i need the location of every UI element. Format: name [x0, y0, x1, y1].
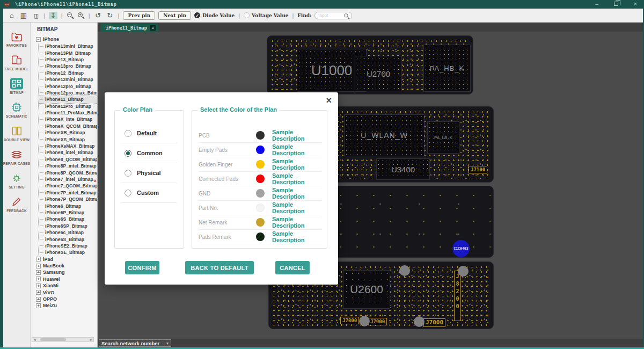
home-icon[interactable]: ⌂	[8, 12, 16, 19]
two-columns-icon[interactable]: ▯▯	[31, 12, 40, 19]
radio-icon[interactable]	[125, 170, 131, 177]
search-icon[interactable]	[344, 13, 350, 19]
radio-selected-icon[interactable]	[125, 150, 131, 157]
rotate-ccw-icon[interactable]: ↺	[94, 12, 103, 19]
sidebar-item-double-view[interactable]: DOUBLE VIEW	[3, 122, 30, 144]
expand-plus-icon[interactable]: +	[36, 277, 41, 281]
sample-description-link[interactable]: Sample Description	[272, 129, 321, 142]
sidebar-item-favorites[interactable]: FAVORITES	[3, 28, 30, 50]
tree-item-iphonese_bitmap[interactable]: iPhoneSE_Bitmap	[39, 249, 97, 256]
tree-item-iphone8_intel_bitmap[interactable]: iPhone8_intel_Bitmap	[39, 149, 97, 156]
tree-item-iphone8p_qcom_bitmap[interactable]: iPhone8P_QCOM_Bitmap	[39, 169, 97, 176]
radio-option-physical[interactable]: Physical	[121, 163, 177, 183]
confirm-button[interactable]: CONFIRM	[125, 261, 159, 274]
tree-item-iphone11_bitmap[interactable]: iPhone11_Bitmap	[39, 96, 97, 103]
search-network-dropdown[interactable]: Search network number ▾	[99, 339, 171, 347]
radio-icon[interactable]	[125, 130, 131, 137]
tree-root-xiaomi[interactable]: +XiaoMi	[31, 282, 97, 289]
tree-item-iphone5c_bitmap[interactable]: iPhone5c_Bitmap	[39, 229, 97, 236]
tree-item-iphone5s_bitmap[interactable]: iPhone5S_Bitmap	[39, 236, 97, 242]
tree-item-iphonex_qcom_bitmap[interactable]: iPhoneX_QCOM_Bitmap	[39, 123, 97, 129]
tree-item-iphone6sp_bitmap[interactable]: iPhone6SP_Bitmap	[39, 223, 97, 229]
scroll-right-icon[interactable]: ►	[89, 338, 93, 341]
tree-root-meizu[interactable]: +MeiZu	[31, 302, 97, 309]
tree-root-vivo[interactable]: +ViVO	[31, 289, 97, 295]
tree-item-iphone8_qcom_bitmap[interactable]: iPhone8_QCOM_Bitmap	[39, 156, 97, 163]
tree-item-iphone7p_intel_bitmap[interactable]: iPhone7P_intel_Bitmap	[39, 190, 97, 196]
sample-description-link[interactable]: Sample Description	[272, 216, 321, 229]
sidebar-item-setting[interactable]: SETTING	[3, 170, 30, 192]
tree-item-iphone7p_qcom_bitmap[interactable]: iPhone7P_QCOM_Bitmap	[39, 196, 97, 202]
sidebar-item-bitmap[interactable]: BITMAP	[3, 75, 30, 97]
tree-item-iphone13pro_bitmap[interactable]: iPhone13pro_Bitmap	[39, 63, 97, 69]
tree-root-macbook[interactable]: +MacBook	[31, 263, 97, 269]
back-to-default-button[interactable]: BACK TO DEFAULT	[185, 261, 254, 274]
component-marker[interactable]: C1C0403	[452, 240, 470, 257]
maximize-icon[interactable]	[613, 2, 619, 7]
tree-item-iphonexs_bitmap[interactable]: iPhoneXS_Bitmap	[39, 136, 97, 142]
color-swatch[interactable]	[256, 146, 265, 154]
expand-plus-icon[interactable]: +	[36, 270, 41, 275]
tree-item-iphone11pro_bitmap[interactable]: iPhone11Pro_Bitmap	[39, 103, 97, 110]
panel-left-icon[interactable]: ▥	[19, 12, 28, 19]
scrollbar-thumb[interactable]	[40, 338, 66, 341]
tree-root-huawei[interactable]: +Huawei	[31, 276, 97, 282]
collapse-minus-icon[interactable]: −	[36, 37, 41, 42]
tree-root-ipad[interactable]: +iPad	[31, 256, 97, 263]
tree-item-iphone11_promax_bitmap[interactable]: iPhone11_ProMax_Bitmap	[39, 110, 97, 116]
tree-item-iphone13_bitmap[interactable]: iPhone13_Bitmap	[39, 56, 97, 63]
sidebar-item-repair-cases[interactable]: REPAIR CASES	[3, 146, 30, 168]
radio-option-custom[interactable]: Custom	[121, 183, 177, 203]
tree-item-iphone12mini_bitmap[interactable]: iPhone12mini_Bitmap	[39, 76, 97, 83]
color-swatch[interactable]	[256, 218, 265, 227]
tree-item-iphone12_bitmap[interactable]: iPhone12_Bitmap	[39, 70, 97, 76]
color-swatch[interactable]	[256, 160, 265, 169]
sidebar-item-feedback[interactable]: FEEDBACK	[3, 193, 30, 215]
color-swatch[interactable]	[256, 174, 265, 183]
tree-item-iphone13mini_bitmap[interactable]: iPhone13mini_Bitmap	[39, 43, 97, 49]
prev-pin-button[interactable]: Prev pin	[123, 11, 155, 20]
radio-option-common[interactable]: Common	[121, 143, 177, 163]
scroll-left-icon[interactable]: ◄	[32, 338, 37, 341]
tree-item-iphone6p_bitmap[interactable]: iPhone6P_Bitmap	[39, 209, 97, 216]
sample-description-link[interactable]: Sample Description	[272, 230, 321, 243]
color-swatch[interactable]	[256, 189, 265, 198]
tree-item-iphonexr_bitmap[interactable]: iPhoneXR_Bitmap	[39, 129, 97, 136]
zoom-out-icon[interactable]: −	[67, 12, 74, 19]
sample-description-link[interactable]: Sample Description	[272, 143, 321, 156]
dialog-close-icon[interactable]: ×	[326, 95, 332, 106]
radio-icon[interactable]	[125, 190, 131, 197]
tree-item-iphone6s_bitmap[interactable]: iPhone6S_Bitmap	[39, 216, 97, 222]
next-pin-button[interactable]: Next pin	[158, 11, 191, 20]
expand-plus-icon[interactable]: +	[36, 264, 41, 268]
color-swatch[interactable]	[256, 131, 265, 140]
expand-plus-icon[interactable]: +	[36, 290, 41, 295]
close-icon[interactable]: ×	[632, 2, 639, 7]
sidebar-item-schematic[interactable]: SCHEMATIC	[3, 99, 30, 121]
expand-plus-icon[interactable]: +	[36, 257, 41, 261]
voltage-value-checkbox[interactable]: Voltage Value	[244, 12, 288, 18]
tree-item-iphonex_inte_bitmap[interactable]: iPhoneX_inte_Bitmap	[39, 116, 97, 122]
tree-item-iphonexsmax_bitmap[interactable]: iPhoneXsMAX_Bitmap	[39, 143, 97, 149]
tab-close-icon[interactable]: ×	[150, 25, 156, 31]
sample-description-link[interactable]: Sample Description	[272, 172, 321, 185]
expand-plus-icon[interactable]: +	[36, 297, 41, 302]
sample-description-link[interactable]: Sample Description	[272, 201, 321, 214]
tree-item-iphone7_qcom_bitmap[interactable]: iPhone7_QCOM_Bitmap	[39, 183, 97, 189]
minimize-icon[interactable]: –	[594, 2, 600, 7]
tab-iphone11-bitmap[interactable]: iPhone11_Bitmap ×	[100, 24, 158, 32]
tree-root-iphone[interactable]: − iPhone	[31, 35, 97, 43]
color-swatch[interactable]	[256, 232, 265, 241]
tree-root-samsung[interactable]: +Samsung	[31, 269, 97, 275]
diode-value-checkbox[interactable]: ✓ Diode Value	[194, 12, 235, 18]
pin-down-icon[interactable]: ↧	[49, 12, 57, 19]
expand-plus-icon[interactable]: +	[36, 283, 41, 288]
tree-item-iphone13pm_bitmap[interactable]: iPhone13PM_Bitmap	[39, 49, 97, 56]
tree-horizontal-scrollbar[interactable]: ◄ ►	[32, 337, 94, 342]
tree-item-iphone8p_intel_bitmap[interactable]: iPhone8P_intel_Bitmap	[39, 163, 97, 169]
expand-plus-icon[interactable]: +	[36, 303, 41, 308]
cancel-button[interactable]: CANCEL	[275, 261, 310, 274]
rotate-cw-icon[interactable]: ↻	[106, 12, 114, 19]
tree-item-iphonese2_bitmap[interactable]: iPhoneSE2_Bitmap	[39, 243, 97, 249]
zoom-in-icon[interactable]: +	[77, 12, 85, 19]
